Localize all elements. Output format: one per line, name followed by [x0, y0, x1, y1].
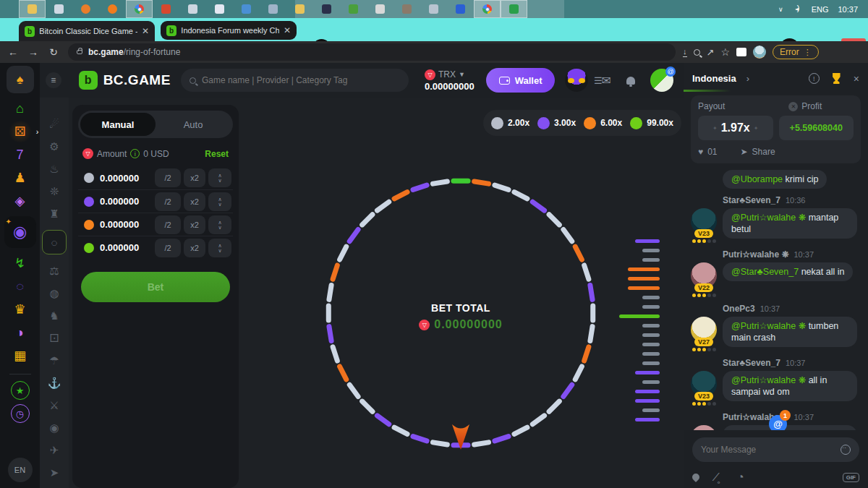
game-dice-icon[interactable]: ⚀: [48, 332, 61, 344]
game-keno-icon[interactable]: ♞: [48, 309, 61, 322]
notepad-icon[interactable]: [179, 0, 206, 18]
account-menu-icon[interactable]: ☰: [594, 75, 602, 86]
bookmark-star-icon[interactable]: ☆: [720, 46, 730, 58]
lizard-game-icon[interactable]: [340, 0, 367, 18]
pen-tool-icon[interactable]: [393, 0, 420, 18]
nav-sports-icon[interactable]: 7: [8, 144, 33, 166]
nav-affiliate-icon[interactable]: ▦: [8, 345, 33, 367]
nav-rewards-icon[interactable]: ★: [8, 380, 33, 402]
chat-room-name[interactable]: Indonesia: [692, 73, 736, 84]
message-input-wrap[interactable]: [692, 437, 859, 462]
nav-lottery-icon[interactable]: ◌: [8, 275, 33, 297]
like-heart-icon[interactable]: ♥: [698, 147, 703, 157]
wallet-button[interactable]: Wallet: [486, 68, 556, 93]
excel-icon[interactable]: [501, 0, 527, 18]
media-player-icon[interactable]: [72, 0, 99, 18]
trophy-icon[interactable]: [831, 73, 842, 84]
game-swords-icon[interactable]: ⚔: [48, 399, 61, 411]
display-settings-icon[interactable]: [46, 0, 72, 18]
chrome-profile-icon[interactable]: [474, 0, 501, 18]
volume-icon[interactable]: [793, 6, 802, 13]
nav-recent-icon[interactable]: ◷: [8, 403, 33, 425]
paint-icon[interactable]: [233, 0, 260, 18]
mention-link[interactable]: @Star♣Seven_7: [731, 267, 799, 277]
brand-logo[interactable]: b BC.GAME: [79, 71, 171, 90]
mention-link[interactable]: @Putri☆walahe ❋: [731, 321, 806, 331]
gif-icon[interactable]: GIF: [843, 473, 859, 482]
mention-link[interactable]: @Uborampe: [731, 174, 783, 184]
game-mine-icon[interactable]: ❊: [48, 185, 61, 197]
reload-button[interactable]: ↻: [43, 46, 64, 58]
error-button[interactable]: Error ⋮: [773, 45, 819, 59]
browser-profile-avatar[interactable]: [753, 46, 766, 59]
address-bar[interactable]: bc.game/ring-of-fortune: [68, 43, 676, 61]
game-roulette-icon[interactable]: ⚓: [48, 377, 61, 389]
share-label[interactable]: Share: [752, 147, 775, 157]
folder-files-icon[interactable]: [286, 0, 313, 18]
notifications-bell-icon[interactable]: [626, 77, 635, 85]
red-book-app-icon[interactable]: [153, 0, 179, 18]
nav-quests-icon[interactable]: ↯: [8, 252, 33, 274]
chat-bubble[interactable]: @Putri☆walahe ❋ mantap betul: [723, 208, 857, 239]
game-search-input[interactable]: [202, 75, 400, 85]
game-ring-of-fortune-icon[interactable]: ◌: [42, 230, 67, 254]
message-input[interactable]: [701, 445, 841, 455]
file-explorer-icon[interactable]: [19, 0, 46, 18]
game-wheel-icon[interactable]: ◉: [48, 421, 61, 434]
nav-live-casino-icon[interactable]: ♟: [8, 167, 33, 189]
avatar[interactable]: [691, 425, 717, 430]
game-limbo-icon[interactable]: ☂: [48, 354, 61, 367]
chat-bubble[interactable]: @Star♣Seven_7 nekat all in: [723, 262, 853, 281]
chrome-icon[interactable]: [126, 0, 153, 18]
side-panel-icon[interactable]: [736, 48, 746, 56]
firefox-icon[interactable]: [99, 0, 126, 18]
browser-tab-1[interactable]: b Bitcoin Classic Dice Game - Play D ✕: [19, 21, 155, 41]
nav-casino-icon[interactable]: ⚄›: [8, 121, 33, 142]
chat-bubble[interactable]: @Putri☆walahe ❋ tumben main crash: [723, 317, 857, 347]
chat-bubble[interactable]: @Uborampe krimi cip: [723, 170, 827, 189]
username[interactable]: Star♣Seven_7: [723, 195, 780, 205]
tray-chevron-icon[interactable]: ∨: [778, 6, 783, 13]
chat-bubble[interactable]: @OnePc3 iya ☐ kesel gara" lunamayat: [723, 425, 857, 430]
username[interactable]: Putri☆walahe ❋: [723, 249, 789, 260]
nav-vip-icon[interactable]: ♛: [8, 299, 33, 320]
language-indicator[interactable]: ENG: [812, 5, 829, 14]
game-crash-icon[interactable]: ☄: [48, 118, 61, 130]
chat-rules-icon[interactable]: !: [809, 73, 820, 84]
game-search[interactable]: [181, 69, 409, 92]
back-button[interactable]: ←: [3, 46, 23, 58]
lock-icon[interactable]: [77, 50, 82, 54]
screen-capture-icon[interactable]: [420, 0, 447, 18]
shared-bet-card[interactable]: Payout ✕Profit ✦1.97x✦ +5.59608040 ♥ 01: [691, 95, 861, 163]
nav-battle-icon[interactable]: ◑: [8, 322, 33, 343]
rain-icon[interactable]: [691, 472, 701, 482]
mail-icon[interactable]: ✉: [602, 74, 611, 87]
browser-tab-2[interactable]: b Indonesia Forum weekly Challeng ✕: [161, 21, 297, 40]
mention-link[interactable]: @Putri☆walahe ❋: [731, 375, 806, 385]
color-wheel-icon[interactable]: [367, 0, 393, 18]
language-button[interactable]: EN: [8, 458, 33, 482]
magnifier-icon[interactable]: [260, 0, 286, 18]
nav-home-icon[interactable]: ⌂: [8, 98, 33, 119]
game-rocket-icon[interactable]: ➤: [48, 466, 61, 479]
bcgame-logo-icon[interactable]: ♠: [7, 66, 34, 93]
game-classic-dice-icon[interactable]: ⚖: [48, 265, 61, 277]
media-encoder-icon[interactable]: [447, 0, 474, 18]
game-jet-icon[interactable]: ✈: [48, 444, 61, 456]
downloads-icon[interactable]: ↓: [683, 47, 687, 57]
zoom-icon[interactable]: [694, 49, 700, 56]
chat-room-chevron-icon[interactable]: ›: [746, 73, 749, 84]
chat-close-icon[interactable]: ×: [854, 73, 859, 85]
user-avatar[interactable]: [565, 69, 587, 92]
share-arrow-icon[interactable]: ➤: [740, 147, 747, 157]
tab2-close-icon[interactable]: ✕: [284, 25, 291, 35]
share-icon[interactable]: ↗: [707, 47, 715, 58]
chat-bubble[interactable]: @Putri☆walahe ❋ all in sampai wd om: [723, 371, 857, 401]
coco-ball-icon[interactable]: ◔: [737, 471, 744, 484]
username[interactable]: OnePc3: [723, 304, 755, 314]
forward-button[interactable]: →: [23, 46, 43, 58]
username[interactable]: Star♣Seven_7: [723, 358, 780, 368]
clock[interactable]: 10:37: [838, 5, 858, 14]
game-tower-icon[interactable]: ♜: [48, 207, 61, 220]
wordpad-icon[interactable]: [206, 0, 233, 18]
